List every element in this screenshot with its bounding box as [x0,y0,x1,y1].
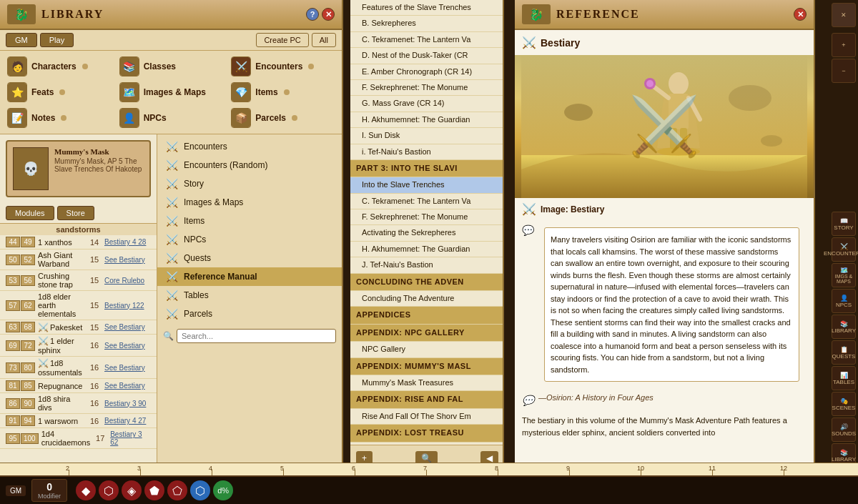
toc-item-into-slave-trenches[interactable]: Into the Slave Trenches [350,177,503,193]
d10-button[interactable]: ⬟ [144,480,164,500]
nav-images-maps[interactable]: 🗺️ Images & Maps [115,79,227,105]
table-row[interactable]: 4449 1 xanthos 14 Bestiary 4 28 [0,235,157,249]
rs-btn-maps[interactable]: 🗺️ IMGS & MAPS [832,263,856,287]
maps-sidebar-icon: 🗺️ [840,267,848,274]
store-button[interactable]: Store [57,206,94,220]
d6-button[interactable]: ⬡ [99,480,119,500]
toc-item[interactable]: E. Amber Chronograph (CR 14) [350,64,503,80]
ref-image [515,55,814,198]
nav-npcs[interactable]: 👤 NPCs [115,105,227,131]
d4-button[interactable]: ◆ [76,480,96,500]
menu-list: ⚔️ Encounters ⚔️ Encounters (Random) ⚔️ … [157,134,342,326]
close-reference-button[interactable]: ✕ [794,8,807,21]
d12-button[interactable]: ⬠ [167,480,187,500]
nav-notes[interactable]: 📝 Notes [3,105,115,131]
table-row[interactable]: 5762 1d8 elder earth elementals 15 Besti… [0,291,157,320]
library-header: 🐉 Library ? ✕ [0,0,342,30]
nav-items[interactable]: 💎 Items [227,79,339,105]
rs-btn-plus[interactable]: + [832,33,856,57]
all-button[interactable]: All [312,33,336,47]
toc-item[interactable]: I. Sun Disk [350,128,503,144]
toc-item[interactable]: Rise And Fall Of The Shorv Em [350,409,503,425]
rs-btn-encounters[interactable]: ⚔️ ENCOUNTERS [832,237,856,262]
toc-item[interactable]: G. Mass Grave (CR 14) [350,96,503,112]
table-row[interactable]: 6368 ⚔️Pakesket 15 See Bestiary [0,320,157,335]
toc-item-concluding[interactable]: Concluding The Adventure [350,291,503,307]
svg-rect-7 [680,128,687,149]
toc-section-appendices[interactable]: Appendices [350,307,503,324]
table-row[interactable]: 95100 1d4 crucidaemons 17 Bestiary 3 62 [0,428,157,449]
toc-section-lost-treasures[interactable]: Appendix: Lost Treasu [350,425,503,442]
toc-item[interactable]: Activating the Sekrepheres [350,225,503,241]
toc-item[interactable]: F. Sekrephrenet: The Monume [350,80,503,96]
nav-characters[interactable]: 🧑 Characters [3,54,115,79]
rs-btn-sounds[interactable]: 🔊 SOUNDS [832,417,856,442]
lib-right-panel: ⚔️ Encounters ⚔️ Encounters (Random) ⚔️ … [157,134,342,504]
nav-encounters[interactable]: ⚔️ Encounters [227,54,339,79]
menu-item-story[interactable]: ⚔️ Story [157,174,342,193]
toc-item[interactable]: J. Tef-Naiu's Bastion [350,257,503,273]
toc-section-part3[interactable]: Part 3: Into the Slavi [350,160,503,177]
menu-item-tables[interactable]: ⚔️ Tables [157,286,342,305]
rs-btn-quests[interactable]: 📋 QUESTS [832,340,856,365]
d20-button[interactable]: ⬡ [190,480,210,500]
nav-classes[interactable]: 📚 Classes [115,54,227,79]
nav-parcels[interactable]: 📦 Parcels [227,105,339,131]
menu-item-parcels[interactable]: ⚔️ Parcels [157,305,342,323]
nav-feats[interactable]: ⭐ Feats [3,79,115,105]
d8-button[interactable]: ◈ [122,480,142,500]
help-button[interactable]: ? [306,8,319,21]
menu-item-quests[interactable]: ⚔️ Quests [157,249,342,267]
gm-button[interactable]: GM [6,33,37,47]
menu-item-npcs[interactable]: ⚔️ NPCs [157,230,342,249]
module-card[interactable]: 💀 Mummy's Mask Mummy's Mask, AP 5 The Sl… [6,140,151,197]
menu-item-images-maps[interactable]: ⚔️ Images & Maps [157,193,342,212]
table-row[interactable]: 5356 Crushing stone trap 15 Core Rulebo [0,270,157,291]
toc-section-mummys-mask[interactable]: Appendix: Mummy's Masl [350,358,503,375]
modules-button[interactable]: Modules [6,206,54,220]
toc-item[interactable]: D. Nest of the Dusk-Taker (CR [350,48,503,64]
toc-section-rise-fall[interactable]: Appendix: Rise And Fal [350,391,503,408]
table-row[interactable]: 9194 1 warsworn 16 Bestiary 4 27 [0,414,157,428]
table-row[interactable]: 8690 1d8 shira divs 16 Bestiary 3 90 [0,393,157,414]
menu-item-encounters[interactable]: ⚔️ Encounters [157,137,342,156]
toc-panel: Features of the Slave Trenches B. Sekrep… [350,0,504,470]
table-row[interactable]: 6972 ⚔️1 elder sphinx 16 See Bestiary [0,335,157,357]
menu-item-encounters-random[interactable]: ⚔️ Encounters (Random) [157,156,342,174]
search-input[interactable] [177,329,336,343]
module-thumbnail: 💀 [13,147,49,190]
toc-section-concluding[interactable]: Concluding The Adven [350,274,503,291]
svg-rect-6 [670,128,677,149]
rs-btn-minus[interactable]: − [832,59,856,83]
rs-btn-close[interactable]: ✕ [832,3,856,27]
toc-item[interactable]: F. Sekrephrenet: The Monume [350,209,503,225]
toc-item[interactable]: C. Tekramenet: The Lantern Va [350,32,503,48]
toc-item[interactable]: NPC Gallery [350,342,503,357]
toc-item[interactable]: C. Tekramenet: The Lantern Va [350,194,503,209]
toc-item[interactable]: B. Sekrepheres [350,16,503,31]
toc-item[interactable]: Features of the Slave Trenches [350,0,503,16]
rs-btn-npcs[interactable]: 👤 NPCS [832,289,856,313]
toc-item[interactable]: Mummy's Mask Treasures [350,375,503,391]
play-button[interactable]: Play [40,33,74,47]
rs-btn-tables[interactable]: 📊 TABLES [832,366,856,390]
toc-section-npc-gallery[interactable]: Appendix: NPC Gallery [350,325,503,342]
create-pc-button[interactable]: Create PC [256,33,308,47]
close-library-button[interactable]: ✕ [322,8,335,21]
table-row[interactable]: 8185 Repugnance 16 See Bestiary [0,379,157,393]
toc-item[interactable]: H. Akhumemnet: The Guardian [350,112,503,128]
rs-btn-scenes[interactable]: 🎭 SCENES [832,392,856,416]
toc-item[interactable]: H. Akhumemnet: The Guardian [350,242,503,257]
toc-item[interactable]: i. Tef-Naiu's Bastion [350,144,503,160]
npcs-icon: ⚔️ [166,234,178,245]
rs-btn-library-side[interactable]: 📚 LIBRARY [832,315,856,339]
rs-btn-story[interactable]: 📖 STORY [832,212,856,236]
menu-item-items[interactable]: ⚔️ Items [157,212,342,230]
ref-attribution: 💬 —Osirion: A History in Four Ages [515,389,814,410]
d100-button[interactable]: d% [213,480,233,500]
encounters-sidebar-icon: ⚔️ [840,243,848,250]
table-row[interactable]: 7380 ⚔️1d8 ossumentals 16 See Bestiary [0,357,157,379]
ref-image-label: ⚔️ Image: Bestiary [515,198,814,220]
menu-item-reference-manual[interactable]: ⚔️ Reference Manual [157,267,342,286]
table-row[interactable]: 5052 Ash Giant Warband 15 See Bestiary [0,249,157,270]
